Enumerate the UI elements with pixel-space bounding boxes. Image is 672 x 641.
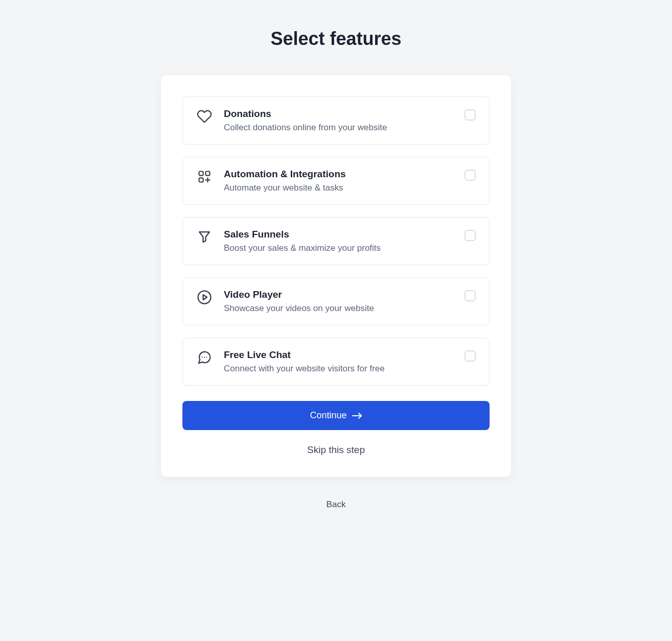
feature-checkbox[interactable] (465, 109, 476, 121)
back-link[interactable]: Back (0, 500, 672, 510)
feature-checkbox[interactable] (465, 350, 476, 362)
feature-desc: Collect donations online from your websi… (224, 123, 456, 133)
svg-point-5 (198, 291, 211, 304)
continue-button[interactable]: Continue (182, 401, 490, 430)
feature-automation[interactable]: Automation & Integrations Automate your … (182, 157, 490, 205)
feature-title: Free Live Chat (224, 349, 456, 361)
svg-point-9 (206, 357, 207, 358)
svg-point-7 (202, 357, 203, 358)
feature-sales-funnels[interactable]: Sales Funnels Boost your sales & maximiz… (182, 217, 490, 265)
play-circle-icon (196, 289, 213, 305)
svg-point-8 (204, 357, 205, 358)
page-title: Select features (0, 28, 672, 50)
feature-checkbox[interactable] (465, 170, 476, 181)
continue-label: Continue (310, 410, 346, 421)
grid-plus-icon (196, 169, 213, 185)
chat-icon (196, 349, 213, 366)
funnel-icon (196, 229, 213, 245)
svg-rect-0 (199, 172, 203, 176)
feature-desc: Connect with your website visitors for f… (224, 364, 456, 374)
feature-text: Donations Collect donations online from … (224, 108, 456, 133)
svg-rect-2 (199, 178, 203, 182)
feature-desc: Boost your sales & maximize your profits (224, 243, 456, 253)
feature-title: Sales Funnels (224, 229, 456, 240)
svg-marker-6 (203, 295, 207, 300)
heart-icon (196, 108, 213, 125)
feature-desc: Automate your website & tasks (224, 183, 456, 193)
feature-checkbox[interactable] (465, 290, 476, 301)
feature-checkbox[interactable] (465, 230, 476, 241)
feature-text: Free Live Chat Connect with your website… (224, 349, 456, 374)
feature-title: Donations (224, 108, 456, 120)
feature-live-chat[interactable]: Free Live Chat Connect with your website… (182, 338, 490, 386)
feature-video-player[interactable]: Video Player Showcase your videos on you… (182, 277, 490, 325)
feature-text: Sales Funnels Boost your sales & maximiz… (224, 229, 456, 253)
feature-title: Video Player (224, 289, 456, 300)
features-card: Donations Collect donations online from … (161, 75, 511, 477)
feature-text: Automation & Integrations Automate your … (224, 169, 456, 193)
skip-link[interactable]: Skip this step (182, 444, 490, 456)
feature-text: Video Player Showcase your videos on you… (224, 289, 456, 314)
feature-desc: Showcase your videos on your website (224, 303, 456, 314)
feature-donations[interactable]: Donations Collect donations online from … (182, 97, 490, 145)
feature-title: Automation & Integrations (224, 169, 456, 180)
arrow-right-icon (352, 412, 362, 419)
svg-rect-1 (205, 172, 210, 176)
